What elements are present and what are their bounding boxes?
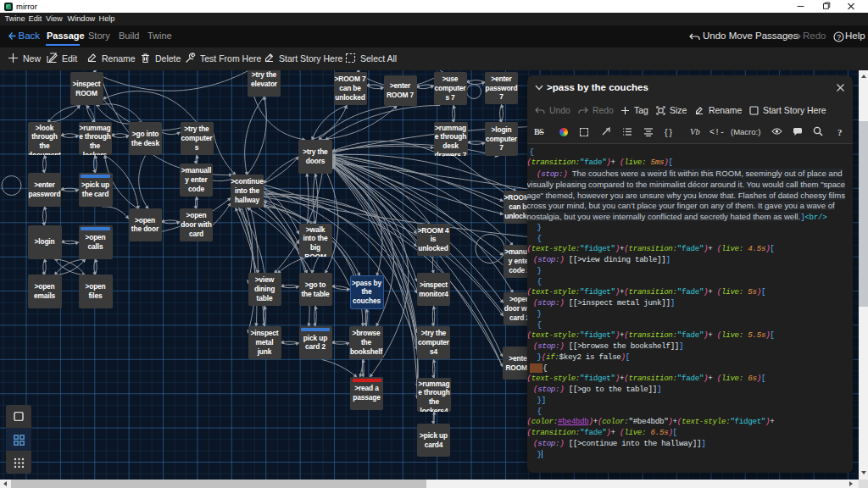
svg-text:?: ? — [837, 33, 841, 42]
